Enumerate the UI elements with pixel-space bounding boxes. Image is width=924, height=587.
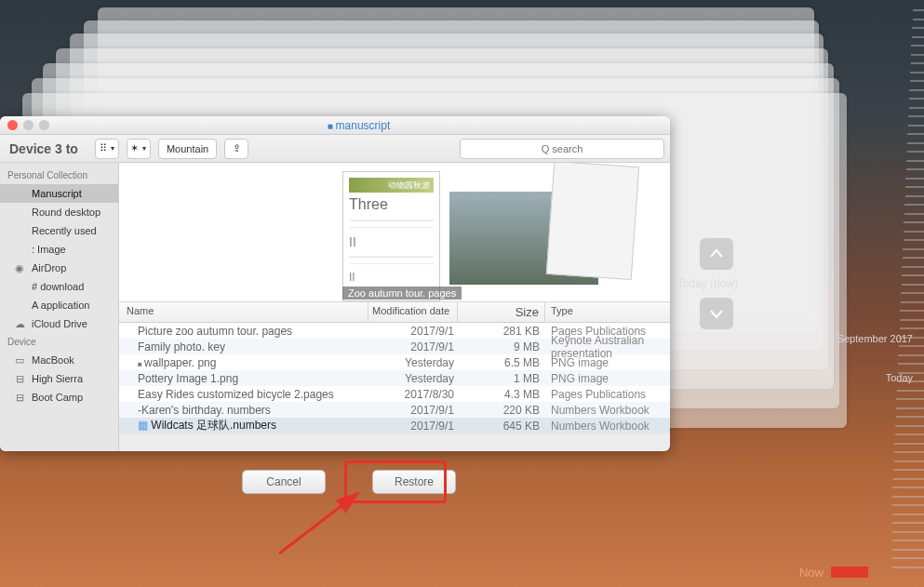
file-list: Picture zoo autumn tour. pages2017/9/128… xyxy=(119,323,670,434)
sidebar-item-label: Recently used xyxy=(32,225,97,236)
sidebar-item-label: High Sierra xyxy=(32,373,83,384)
restore-button[interactable]: Restore xyxy=(372,470,456,494)
file-row[interactable]: Pottery Image 1.pngYesterday1 MBPNG imag… xyxy=(119,370,670,386)
blank-icon xyxy=(13,206,26,219)
sidebar-item[interactable]: : Image xyxy=(0,240,118,259)
file-row[interactable]: -Karen's birthday. numbers2017/9/1220 KB… xyxy=(119,402,670,418)
file-size: 6.5 MB xyxy=(458,356,545,369)
file-type: Pages Publications xyxy=(545,388,670,401)
col-size[interactable]: Size xyxy=(458,302,545,322)
sidebar-item-label: Round desktop xyxy=(32,207,100,218)
file-date: 2017/9/1 xyxy=(368,340,458,354)
cancel-button[interactable]: Cancel xyxy=(242,470,326,494)
timeline-now-cursor[interactable] xyxy=(831,567,868,578)
sidebar-header: Device xyxy=(0,333,118,351)
sidebar-item[interactable]: ⊟High Sierra xyxy=(0,369,118,388)
content-area: 动物园秋游 Three II II Zoo autumn tour. pages… xyxy=(119,163,670,451)
file-name: Family photo. key xyxy=(119,340,368,354)
sidebar-item[interactable]: ☁iCloud Drive xyxy=(0,314,118,333)
file-date: 2017/9/1 xyxy=(368,325,458,338)
window-title: manuscript xyxy=(55,119,663,132)
blank-icon xyxy=(13,243,26,256)
sidebar-item[interactable]: Recently used xyxy=(0,221,118,240)
thumbnail-photo[interactable] xyxy=(449,192,598,285)
column-headers[interactable]: Name Modification date Size Type xyxy=(119,302,670,323)
file-name: Picture zoo autumn tour. pages xyxy=(119,325,368,338)
sidebar-item[interactable]: A application xyxy=(0,296,118,314)
file-row[interactable]: Family photo. key2017/9/19 MBKeynote Aus… xyxy=(119,339,670,354)
toolbar: Device 3 to ⠿▾ ✶▾ Mountain ⇪ xyxy=(0,135,670,163)
timeline-label-now: Now xyxy=(799,566,824,580)
sidebar-item-label: MacBook xyxy=(32,354,74,366)
share-button[interactable]: ⇪ xyxy=(224,139,248,159)
file-name: Pottery Image 1.png xyxy=(119,372,368,385)
cloud-icon: ☁ xyxy=(13,317,26,330)
sidebar: Personal CollectionManuscriptRound deskt… xyxy=(0,163,119,451)
close-icon[interactable] xyxy=(7,120,18,130)
file-date: 2017/8/30 xyxy=(368,388,458,401)
zoom-icon[interactable] xyxy=(39,120,49,130)
view-mode-button[interactable]: ⠿▾ xyxy=(95,139,119,159)
minimize-icon[interactable] xyxy=(23,120,33,130)
timeline-current-label: Today (now) xyxy=(677,277,738,290)
finder-window: manuscript Device 3 to ⠿▾ ✶▾ Mountain ⇪ … xyxy=(0,116,670,451)
sidebar-item[interactable]: Manuscript xyxy=(0,184,118,203)
blank-icon xyxy=(13,224,26,237)
file-name: -Karen's birthday. numbers xyxy=(119,404,368,417)
sidebar-item[interactable]: Round desktop xyxy=(0,203,118,221)
file-row[interactable]: Easy Rides customized bicycle 2.pages201… xyxy=(119,386,670,402)
search-input[interactable] xyxy=(460,139,664,159)
file-size: 281 KB xyxy=(458,325,545,338)
file-row[interactable]: Wildcats 足球队.numbers2017/9/1645 KBNumber… xyxy=(119,418,670,434)
titlebar: manuscript xyxy=(0,116,670,135)
sidebar-item-label: iCloud Drive xyxy=(32,318,87,329)
file-date: Yesterday xyxy=(368,372,458,385)
thumbnail-pages-doc[interactable]: 动物园秋游 Three II II xyxy=(342,171,440,301)
chevron-down-icon xyxy=(709,306,724,321)
dialog-buttons: Cancel Restore xyxy=(242,470,456,494)
file-name: Easy Rides customized bicycle 2.pages xyxy=(119,388,368,401)
file-size: 220 KB xyxy=(458,404,545,417)
file-name: Wildcats 足球队.numbers xyxy=(119,418,368,434)
col-type[interactable]: Type xyxy=(545,302,670,322)
file-name: wallpaper. png xyxy=(119,356,368,369)
sidebar-item[interactable]: # download xyxy=(0,277,118,296)
timeline-prev-button[interactable] xyxy=(700,238,733,270)
file-date: 2017/9/1 xyxy=(368,404,458,417)
file-size: 645 KB xyxy=(458,420,545,433)
sidebar-item[interactable]: ◉AirDrop xyxy=(0,259,118,277)
action-gear-button[interactable]: ✶▾ xyxy=(127,139,151,159)
blank-icon xyxy=(13,299,26,312)
file-size: 1 MB xyxy=(458,372,545,385)
file-size: 4.3 MB xyxy=(458,388,545,401)
path-breadcrumb[interactable]: Device 3 to xyxy=(6,141,87,156)
sidebar-header: Personal Collection xyxy=(0,167,118,184)
thumbnail-caption: Zoo autumn tour. pages xyxy=(342,287,462,300)
location-button[interactable]: Mountain xyxy=(158,139,217,159)
sidebar-item[interactable]: ▭MacBook xyxy=(0,351,118,369)
disk-icon: ⊟ xyxy=(13,391,26,404)
blank-icon xyxy=(13,280,26,293)
timeline-next-button[interactable] xyxy=(700,298,733,329)
search-field[interactable] xyxy=(460,139,664,159)
col-name[interactable]: Name xyxy=(119,302,368,322)
file-type: PNG image xyxy=(545,372,670,385)
sidebar-item-label: AirDrop xyxy=(32,262,66,273)
file-row[interactable]: wallpaper. pngYesterday6.5 MBPNG image xyxy=(119,354,670,370)
preview-strip: 动物园秋游 Three II II Zoo autumn tour. pages xyxy=(119,163,670,302)
file-date: Yesterday xyxy=(368,356,458,369)
sidebar-item-label: A application xyxy=(32,300,89,311)
col-date[interactable]: Modification date xyxy=(368,302,458,322)
sidebar-item-label: # download xyxy=(32,281,84,292)
sidebar-item-label: Boot Camp xyxy=(32,392,83,403)
thumbnail-big-word: Three xyxy=(349,196,434,213)
timeline-label-month: September 2017 xyxy=(837,333,913,344)
thumbnail-header: 动物园秋游 xyxy=(349,178,434,193)
blank-icon xyxy=(13,187,26,200)
sidebar-item[interactable]: ⊟Boot Camp xyxy=(0,388,118,407)
airdrop-icon: ◉ xyxy=(13,261,26,274)
timeline-ticks[interactable] xyxy=(887,0,924,587)
disk-icon: ⊟ xyxy=(13,372,26,385)
laptop-icon: ▭ xyxy=(13,354,26,367)
file-date: 2017/9/1 xyxy=(368,420,458,433)
